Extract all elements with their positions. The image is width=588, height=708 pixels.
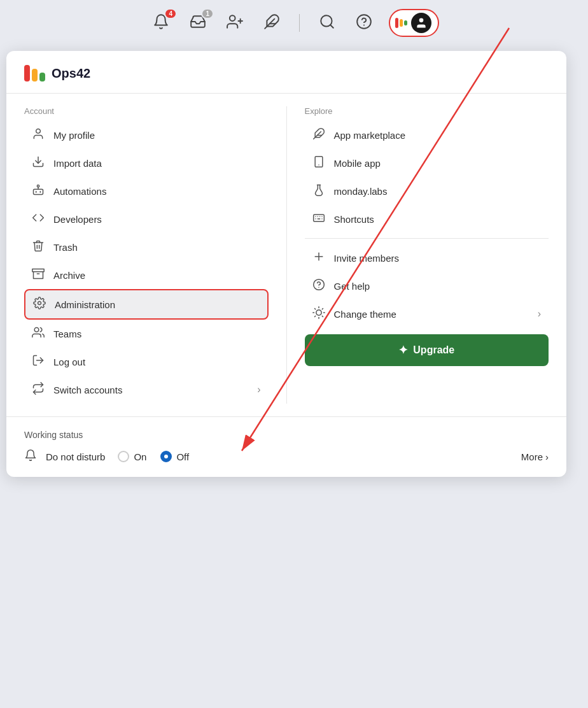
shortcuts-label: Shortcuts xyxy=(334,214,374,225)
do-not-disturb-label: Do not disturb xyxy=(46,451,105,462)
add-member-button[interactable] xyxy=(223,11,247,35)
menu-columns: Account My profile Import data xyxy=(6,94,566,417)
svg-rect-17 xyxy=(32,269,44,272)
download-icon xyxy=(32,155,45,171)
off-option[interactable]: Off xyxy=(160,451,189,462)
svg-point-31 xyxy=(316,310,321,315)
change-theme-chevron: › xyxy=(538,308,541,320)
monday-labs-item[interactable]: monday.labs xyxy=(305,177,549,205)
monday-labs-label: monday.labs xyxy=(334,186,388,197)
automations-item[interactable]: Automations xyxy=(24,177,269,205)
trash-icon xyxy=(32,239,45,255)
upgrade-label: Upgrade xyxy=(413,344,454,356)
mobile-icon xyxy=(312,155,325,171)
app-marketplace-item[interactable]: App marketplace xyxy=(305,121,549,149)
import-data-label: Import data xyxy=(53,158,102,169)
apps-button[interactable] xyxy=(260,11,284,35)
off-radio[interactable] xyxy=(160,451,172,462)
off-label: Off xyxy=(176,451,189,462)
svg-rect-26 xyxy=(313,215,324,222)
app-marketplace-label: App marketplace xyxy=(334,130,406,141)
svg-point-19 xyxy=(38,302,41,305)
help-icon xyxy=(356,13,372,32)
svg-point-7 xyxy=(357,15,371,29)
automations-label: Automations xyxy=(53,186,106,197)
mobile-app-item[interactable]: Mobile app xyxy=(305,149,549,177)
notification-button[interactable]: 4 xyxy=(149,11,173,35)
avatar xyxy=(411,13,431,33)
developers-item[interactable]: Developers xyxy=(24,205,269,233)
svg-line-38 xyxy=(314,316,315,316)
logo-row: Ops42 xyxy=(6,51,566,94)
inbox-badge: 1 xyxy=(201,8,214,19)
working-status-row: Do not disturb On Off More › xyxy=(24,449,549,464)
trash-label: Trash xyxy=(53,242,78,253)
trash-item[interactable]: Trash xyxy=(24,233,269,261)
change-theme-item[interactable]: Change theme › xyxy=(305,300,549,328)
svg-line-6 xyxy=(330,25,333,28)
account-dropdown: Ops42 Account My profile Import data xyxy=(6,51,566,477)
team-icon xyxy=(32,326,45,341)
svg-line-39 xyxy=(322,309,323,309)
explore-column: Explore App marketplace Mobile app xyxy=(287,106,567,404)
teams-item[interactable]: Teams xyxy=(24,320,269,348)
svg-line-35 xyxy=(322,316,323,316)
administration-item[interactable]: Administration xyxy=(24,289,269,320)
puzzle-icon xyxy=(263,13,280,32)
on-radio[interactable] xyxy=(118,451,129,462)
gear-icon xyxy=(33,297,46,312)
import-data-item[interactable]: Import data xyxy=(24,149,269,177)
svg-point-0 xyxy=(230,15,235,21)
workspace-name: Ops42 xyxy=(52,66,90,81)
keyboard-icon xyxy=(312,211,325,227)
mobile-app-label: Mobile app xyxy=(334,158,381,169)
svg-rect-12 xyxy=(34,189,43,194)
on-label: On xyxy=(134,451,146,462)
invite-members-item[interactable]: Invite members xyxy=(305,244,549,272)
inbox-button[interactable]: 1 xyxy=(186,11,210,35)
nav-divider xyxy=(299,14,300,32)
my-profile-item[interactable]: My profile xyxy=(24,121,269,149)
switch-accounts-label: Switch accounts xyxy=(53,385,122,395)
account-column: Account My profile Import data xyxy=(6,106,287,404)
svg-point-9 xyxy=(419,18,424,23)
change-theme-label: Change theme xyxy=(334,309,396,320)
code-icon xyxy=(32,211,45,227)
svg-point-20 xyxy=(34,328,39,332)
archive-item[interactable]: Archive xyxy=(24,261,269,289)
upgrade-button[interactable]: ✦ Upgrade xyxy=(305,334,549,366)
shortcuts-item[interactable]: Shortcuts xyxy=(305,205,549,233)
upgrade-star-icon: ✦ xyxy=(398,343,408,357)
working-status-section: Working status Do not disturb On Off Mor… xyxy=(6,417,566,477)
working-status-header: Working status xyxy=(24,430,549,440)
navbar: 4 1 xyxy=(0,0,588,46)
bell-status-icon xyxy=(24,449,37,464)
svg-line-34 xyxy=(314,309,315,309)
teams-label: Teams xyxy=(53,329,81,339)
plus-icon xyxy=(312,250,325,266)
more-chevron-icon: › xyxy=(545,451,549,462)
search-button[interactable] xyxy=(315,11,339,35)
monday-logo-mini xyxy=(395,18,407,28)
explore-divider xyxy=(305,238,549,239)
monday-logo xyxy=(24,65,45,81)
switch-accounts-chevron: › xyxy=(257,384,260,395)
archive-icon xyxy=(32,267,45,283)
administration-label: Administration xyxy=(55,299,115,310)
more-button[interactable]: More › xyxy=(521,451,549,462)
switch-accounts-item[interactable]: Switch accounts › xyxy=(24,376,269,404)
svg-rect-24 xyxy=(315,157,323,167)
sun-icon xyxy=(312,306,325,322)
developers-label: Developers xyxy=(53,214,102,225)
on-option[interactable]: On xyxy=(118,451,146,462)
help-button[interactable] xyxy=(352,11,376,35)
get-help-item[interactable]: Get help xyxy=(305,272,549,300)
robot-icon xyxy=(32,183,45,199)
avatar-menu-button[interactable] xyxy=(389,9,439,37)
get-help-label: Get help xyxy=(334,281,370,292)
logout-item[interactable]: Log out xyxy=(24,348,269,376)
switch-icon xyxy=(32,382,45,397)
person-icon xyxy=(32,127,45,143)
logout-icon xyxy=(32,354,45,369)
search-icon xyxy=(319,13,335,32)
